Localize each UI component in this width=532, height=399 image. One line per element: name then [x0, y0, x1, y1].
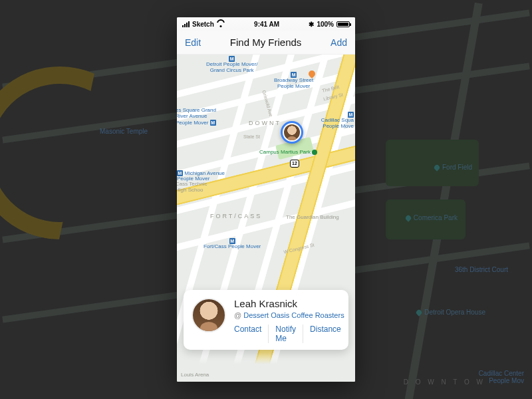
friend-actions: Contact Notify Me Distance [234, 325, 340, 343]
bg-label-district-court: 36th District Court [455, 266, 508, 273]
friend-name: Leah Krasnick [234, 298, 340, 309]
friend-card: Leah Krasnick @ Dessert Oasis Coffee Roa… [184, 290, 348, 350]
wifi-icon [217, 21, 225, 27]
notify-me-button[interactable]: Notify Me [269, 325, 303, 343]
street-state: State St [243, 134, 260, 139]
poi-campus-martius: Campus Martius Park [259, 149, 317, 155]
bluetooth-icon: ✱ [309, 21, 314, 28]
district-downtown: DOWNT [249, 120, 281, 126]
status-bar: Sketch 9:41 AM ✱ 100% [177, 17, 355, 31]
battery-percent: 100% [317, 21, 334, 28]
distance-button[interactable]: Distance [303, 325, 348, 343]
friend-avatar[interactable] [192, 298, 226, 332]
nav-bar: Edit Find My Friends Add [177, 31, 355, 55]
nav-title: Find My Friends [230, 37, 302, 48]
avatar-icon [283, 123, 301, 142]
phone-frame: Sketch 9:41 AM ✱ 100% Edit Find My Frien… [177, 17, 355, 382]
metro-cadillac: MCadillac Squa People Move [321, 112, 354, 130]
bg-label-masonic: Masonic Temple [100, 128, 148, 135]
battery-icon [336, 21, 350, 27]
bg-poi-ford-field: Ford Field [434, 164, 472, 171]
contact-button[interactable]: Contact [234, 325, 269, 343]
carrier-label: Sketch [192, 21, 214, 28]
route-shield: 12 [290, 160, 299, 168]
map-view[interactable]: MDetroit People Mover/ Grand Circus Park… [177, 55, 355, 382]
friend-location: @ Dessert Oasis Coffee Roasters [234, 311, 340, 319]
bg-poi-comerica: Comerica Park [406, 214, 458, 221]
nav-edit-button[interactable]: Edit [185, 37, 201, 48]
metro-fortcass: MFort/Cass People Mover [203, 238, 261, 250]
district-fortcass: FORT/CASS [210, 213, 262, 219]
bg-poi-opera: Detroit Opera House [416, 309, 485, 316]
building-guardian: The Guardian Building [286, 214, 339, 220]
metro-detroit-people-mover: MDetroit People Mover/ Grand Circus Park [206, 56, 257, 74]
signal-icon [182, 21, 190, 27]
metro-broadway: MBroadway Street People Mover [274, 72, 313, 90]
status-time: 9:41 AM [254, 21, 279, 28]
metro-times-square: es Square Grand River Avenue People Move… [177, 108, 216, 126]
tree-icon [312, 150, 317, 155]
nav-add-button[interactable]: Add [331, 37, 347, 48]
friend-place-link[interactable]: Dessert Oasis Coffee Roasters [243, 311, 344, 319]
bg-label-downtown: D O W N T O W [404, 378, 485, 386]
building-cass-tech: Cass Technic High Schoo [177, 181, 207, 193]
building-louis-arena: Louis Arena [181, 372, 209, 378]
at-symbol: @ [234, 311, 241, 319]
friend-location-pin[interactable] [281, 121, 303, 144]
bg-label-cadillac: Cadillac Center People Mov [479, 370, 524, 384]
